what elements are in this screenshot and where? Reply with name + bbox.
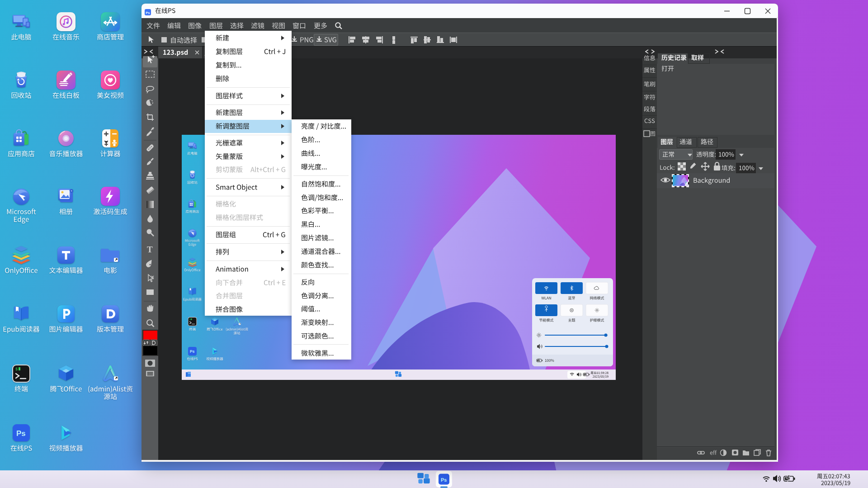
svg-text:Ps: Ps bbox=[146, 11, 150, 15]
svg-text:T: T bbox=[147, 245, 153, 254]
svg-text:Ps: Ps bbox=[441, 477, 447, 483]
